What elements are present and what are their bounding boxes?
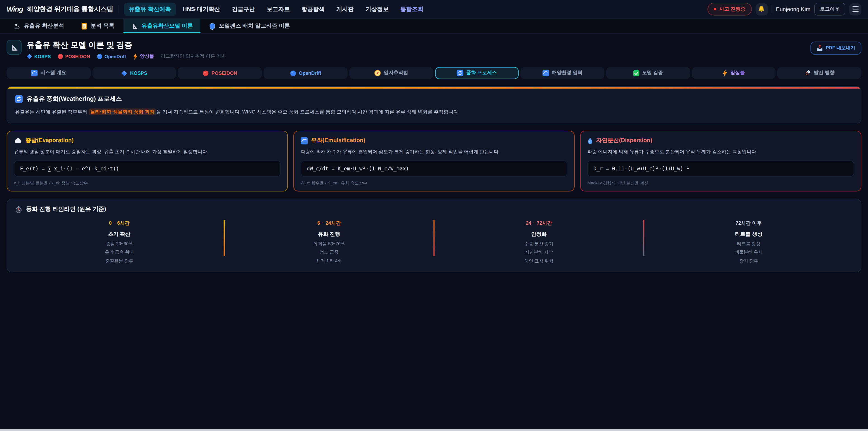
tab-diffusion-model-theory[interactable]: 유출유확산모델 이론 [123, 19, 200, 33]
blue-circle-icon [97, 54, 102, 59]
shield-icon [210, 22, 216, 30]
banner-title: 유출유 풍화(Weathering) 프로세스 [15, 95, 853, 103]
badge-opendrift: OpenDrift [97, 54, 126, 59]
triangle-ruler-icon [10, 43, 18, 51]
lightning-icon [133, 53, 138, 60]
banner-description: 유출유는 해면에 유출된 직후부터 물리·화학·생물학적 풍화 과정을 거쳐 지… [15, 109, 853, 116]
blue-circle-icon [290, 70, 296, 76]
section-tab-future-direction[interactable]: 발전 방향 [777, 67, 862, 79]
card-description: 파랑에 의해 해수가 유류에 혼입되어 점도가 크게 증가하는 현상. 방제 작… [301, 149, 567, 155]
card-description: 파랑 에너지에 의해 유류가 수중으로 분산되어 유막 두께가 감소하는 과정입… [587, 149, 854, 155]
card-note: x_i: 성분별 몰분율 / k_ei: 증발 속도상수 [14, 181, 281, 186]
section-tab-weathering-process[interactable]: 풍화 프로세스 [435, 67, 519, 79]
topbar: Wing 해양환경 위기대응 통합시스템 유출유 확산예측 HNS·대기확산 긴… [0, 0, 868, 19]
check-icon [633, 70, 640, 76]
page-header: 유출유 확산 모델 이론 및 검증 KOSPS POSEIDON [6, 40, 861, 60]
nav-item-hns-atmospheric[interactable]: HNS·대기확산 [178, 2, 225, 16]
rocket-icon [804, 70, 811, 76]
section-tab-poseidon[interactable]: POSEIDON [178, 67, 262, 79]
nav-item-board[interactable]: 게시판 [331, 2, 359, 16]
badge-ensemble: 앙상블 [133, 53, 154, 60]
tab-label: 분석 목록 [91, 22, 114, 30]
banner-highlight: 물리·화학·생물학적 풍화 과정 [89, 109, 156, 115]
wave-icon [31, 70, 37, 76]
nav-item-weather-info[interactable]: 기상정보 [361, 2, 394, 16]
phase-name: 타르볼 생성 [645, 231, 853, 238]
card-note: Mackay 경험식 기반 분산율 계산 [587, 181, 854, 186]
tabbar: 유출유 확산분석 분석 목록 유출유확산모델 이론 오일펜스 배치 알고리즘 이… [0, 19, 868, 34]
timeline-phase-emulsification: 6 ~ 24시간 유화 진행 유화율 50~70% 점도 급증 체적 1.5~4… [225, 219, 433, 264]
card-description: 유류의 경질 성분이 대기로 증발하는 과정. 유출 초기 수시간 내에 가장 … [14, 149, 281, 155]
badge-kosps: KOSPS [27, 54, 51, 59]
page-subtitle: 라그랑지안 입자추적 이론 기반 [161, 53, 226, 60]
phase-name: 유화 진행 [225, 231, 433, 238]
menu-button[interactable] [849, 3, 862, 15]
nav-item-aerial-search[interactable]: 항공탐색 [297, 2, 330, 16]
status-dot [714, 8, 716, 10]
timeline-phase-initial-spread: 0 ~ 6시간 초기 확산 증발 20~30% 유막 급속 확대 중질유분 잔류 [15, 219, 223, 264]
nav-divider [118, 5, 118, 13]
timeline-phase-stabilization: 24 ~ 72시간 안정화 수중 분산 증가 자연분해 시작 해안 표착 위험 [434, 219, 643, 264]
tab-oil-spill-analysis[interactable]: 유출유 확산분석 [5, 19, 72, 33]
timeline-grid: 0 ~ 6시간 초기 확산 증발 20~30% 유막 급속 확대 중질유분 잔류… [15, 219, 853, 264]
phase-detail: 유화율 50~70% [225, 241, 433, 247]
section-tab-ensemble[interactable]: 앙상블 [692, 67, 776, 79]
phase-detail: 유막 급속 확대 [15, 249, 223, 255]
timeline-title: 풍화 진행 타임라인 (원유 기준) [15, 206, 853, 213]
red-circle-icon [57, 54, 63, 59]
lightning-icon [723, 70, 727, 76]
tab-label: 유출유 확산분석 [24, 22, 64, 30]
phase-detail: 증발 20~30% [15, 241, 223, 247]
export-icon [816, 45, 823, 51]
tab-label: 유출유확산모델 이론 [142, 22, 193, 30]
main-nav: 유출유 확산예측 HNS·대기확산 긴급구난 보고자료 항공탐색 게시판 기상정… [124, 2, 703, 16]
card-note: W_c: 함수율 / K_em: 유화 속도상수 [301, 181, 567, 186]
incident-status-badge: 사고 진행중 [708, 3, 752, 16]
section-nav: 시스템 개요 KOSPS POSEIDON OpenDrift [6, 67, 861, 79]
card-evaporation: 증발(Evaporation) 유류의 경질 성분이 대기로 증발하는 과정. … [6, 131, 288, 191]
compass-icon [374, 70, 381, 76]
app-title: 해양환경 위기대응 통합시스템 [27, 5, 113, 13]
phase-detail: 생물분해 우세 [645, 249, 853, 255]
card-formula: F_e(t) = ∑ x_i·(1 - e^(-k_ei·t)) [14, 161, 281, 177]
nav-item-reports[interactable]: 보고자료 [261, 2, 295, 16]
nav-item-emergency-rescue[interactable]: 긴급구난 [227, 2, 260, 16]
cloud-icon [14, 138, 22, 143]
weathering-timeline: 풍화 진행 타임라인 (원유 기준) 0 ~ 6시간 초기 확산 증발 20~3… [6, 199, 861, 272]
card-formula: dW_c/dt = K_em·U_w²·(1-W_c/W_max) [301, 161, 567, 177]
phase-detail: 점도 급증 [225, 249, 433, 255]
nav-item-oil-spill-prediction[interactable]: 유출유 확산예측 [124, 2, 176, 16]
nav-item-integrated-search[interactable]: 통합조회 [395, 2, 429, 16]
section-tab-marine-environment-input[interactable]: 해양환경 입력 [521, 67, 604, 79]
phase-detail: 자연분해 시작 [434, 249, 643, 255]
phase-period: 72시간 이후 [645, 220, 853, 227]
card-emulsification: 유화(Emulsification) 파랑에 의해 해수가 유류에 혼입되어 점… [293, 131, 575, 191]
page-icon-box [6, 40, 22, 55]
viewport: Wing 해양환경 위기대응 통합시스템 유출유 확산예측 HNS·대기확산 긴… [0, 0, 868, 431]
logout-button[interactable]: 로그아웃 [814, 3, 845, 16]
section-tab-kosps[interactable]: KOSPS [92, 67, 176, 79]
section-tab-model-validation[interactable]: 모델 검증 [606, 67, 690, 79]
user-name: Eunjeong Kim [776, 6, 810, 12]
topbar-right: 사고 진행중 Eunjeong Kim 로그아웃 [708, 3, 861, 16]
page-content: 유출유 확산 모델 이론 및 검증 KOSPS POSEIDON [0, 40, 868, 272]
section-tab-system-overview[interactable]: 시스템 개요 [6, 67, 91, 79]
red-circle-icon [203, 70, 209, 76]
section-tab-particle-tracking[interactable]: 입자추적법 [349, 67, 433, 79]
incident-badge-label: 사고 진행중 [719, 5, 745, 13]
card-title: 증발(Evaporation) [14, 137, 281, 145]
card-title: 유화(Emulsification) [301, 137, 567, 145]
wave-icon [542, 70, 549, 76]
section-tab-opendrift[interactable]: OpenDrift [264, 67, 348, 79]
triangle-ruler-icon [131, 22, 138, 30]
page-header-text: 유출유 확산 모델 이론 및 검증 KOSPS POSEIDON [27, 40, 226, 60]
phase-name: 초기 확산 [15, 231, 223, 238]
tab-oil-fence-algorithm-theory[interactable]: 오일펜스 배치 알고리즘 이론 [202, 19, 298, 33]
microscope-icon [13, 22, 21, 30]
card-dispersion: 자연분산(Dispersion) 파랑 에너지에 의해 유류가 수중으로 분산되… [580, 131, 862, 191]
phase-detail: 장기 잔류 [645, 258, 853, 264]
notifications-button[interactable] [755, 3, 768, 15]
tab-analysis-list[interactable]: 분석 목록 [73, 19, 122, 33]
card-title: 자연분산(Dispersion) [587, 137, 854, 145]
pdf-export-button[interactable]: PDF 내보내기 [810, 41, 861, 55]
